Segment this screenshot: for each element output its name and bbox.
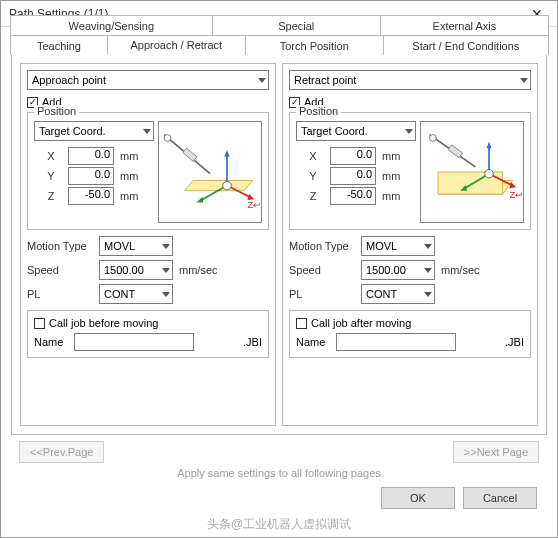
chevron-down-icon	[424, 268, 432, 273]
chevron-down-icon	[424, 292, 432, 297]
svg-text:Z↩: Z↩	[247, 200, 261, 210]
tab-row-upper: Weaving/Sensing Special External Axis	[10, 15, 548, 35]
chevron-down-icon	[405, 129, 413, 134]
cancel-button[interactable]: Cancel	[463, 487, 537, 509]
approach-diagram: Z↩	[158, 121, 262, 223]
retract-z-input[interactable]: -50.0	[330, 187, 376, 205]
tab-start-end-conditions[interactable]: Start / End Conditions	[383, 35, 549, 55]
retract-x-input[interactable]: 0.0	[330, 147, 376, 165]
chevron-down-icon	[143, 129, 151, 134]
svg-marker-15	[486, 141, 491, 148]
tab-external-axis[interactable]: External Axis	[380, 15, 549, 35]
chevron-down-icon	[162, 244, 170, 249]
retract-diagram: Z↩	[420, 121, 524, 223]
approach-coord-dropdown[interactable]: Target Coord.	[34, 121, 154, 141]
retract-speed-dropdown[interactable]: 1500.00	[361, 260, 435, 280]
approach-position-group: Position Target Coord. X0.0mm Y0.0mm Z-5…	[27, 112, 269, 230]
tab-special[interactable]: Special	[212, 15, 381, 35]
tab-torch-position[interactable]: Torch Position	[245, 35, 384, 55]
svg-point-11	[223, 181, 232, 190]
retract-y-input[interactable]: 0.0	[330, 167, 376, 185]
approach-y-input[interactable]: 0.0	[68, 167, 114, 185]
approach-calljob-checkbox[interactable]	[34, 318, 45, 329]
chevron-down-icon	[162, 268, 170, 273]
svg-marker-4	[196, 197, 203, 203]
svg-point-9	[164, 135, 171, 142]
retract-point-dropdown[interactable]: Retract point	[289, 70, 531, 90]
chevron-down-icon	[258, 78, 266, 83]
tab-content: Approach point Add Position Target Coord…	[11, 55, 547, 435]
tab-weaving-sensing[interactable]: Weaving/Sensing	[10, 15, 213, 35]
svg-point-22	[430, 135, 437, 142]
next-page-button[interactable]: >>Next Page	[453, 441, 539, 463]
tab-row-lower: Teaching Approach / Retract Torch Positi…	[10, 35, 548, 55]
approach-speed-dropdown[interactable]: 1500.00	[99, 260, 173, 280]
svg-point-24	[485, 169, 494, 178]
retract-coord-dropdown[interactable]: Target Coord.	[296, 121, 416, 141]
retract-calljob-row[interactable]: Call job after moving	[296, 317, 524, 329]
approach-calljob-row[interactable]: Call job before moving	[34, 317, 262, 329]
retract-position-group: Position Target Coord. X0.0mm Y0.0mm Z-5…	[289, 112, 531, 230]
chevron-down-icon	[424, 244, 432, 249]
apply-all-note: Apply same settings to all following pag…	[11, 465, 547, 485]
svg-rect-10	[183, 148, 197, 161]
approach-panel: Approach point Add Position Target Coord…	[20, 63, 276, 426]
prev-page-button[interactable]: <<Prev.Page	[19, 441, 104, 463]
approach-pl-dropdown[interactable]: CONT	[99, 284, 173, 304]
retract-panel: Retract point Add Position Target Coord.	[282, 63, 538, 426]
approach-calljob-group: Call job before moving Name .JBI	[27, 310, 269, 358]
svg-marker-2	[224, 150, 229, 157]
path-settings-dialog: Path Settings (1/1) ✕ Weaving/Sensing Sp…	[0, 0, 558, 538]
retract-job-name-input[interactable]	[336, 333, 456, 351]
tab-approach-retract[interactable]: Approach / Retract	[107, 35, 246, 55]
svg-rect-23	[448, 145, 462, 158]
retract-motion-type-dropdown[interactable]: MOVL	[361, 236, 435, 256]
approach-point-dropdown[interactable]: Approach point	[27, 70, 269, 90]
retract-pl-dropdown[interactable]: CONT	[361, 284, 435, 304]
ok-button[interactable]: OK	[381, 487, 455, 509]
svg-text:Z↩: Z↩	[509, 190, 523, 200]
tab-teaching[interactable]: Teaching	[10, 35, 108, 55]
approach-job-name-input[interactable]	[74, 333, 194, 351]
approach-z-input[interactable]: -50.0	[68, 187, 114, 205]
svg-marker-0	[185, 181, 253, 191]
approach-motion-type-dropdown[interactable]: MOVL	[99, 236, 173, 256]
watermark: 头条@工业机器人虚拟调试	[1, 516, 557, 533]
retract-calljob-checkbox[interactable]	[296, 318, 307, 329]
approach-x-input[interactable]: 0.0	[68, 147, 114, 165]
chevron-down-icon	[520, 78, 528, 83]
retract-calljob-group: Call job after moving Name .JBI	[289, 310, 531, 358]
chevron-down-icon	[162, 292, 170, 297]
